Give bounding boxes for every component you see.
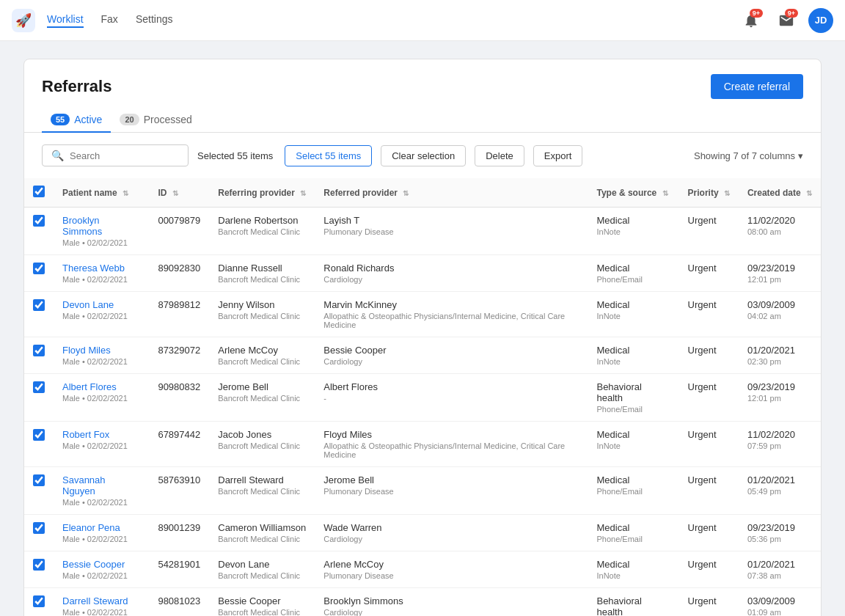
row-date-cell: 09/23/2019 05:36 pm: [739, 515, 821, 551]
patient-name[interactable]: Floyd Miles: [62, 345, 140, 356]
patient-name[interactable]: Bessie Cooper: [62, 559, 140, 570]
header-referred-provider[interactable]: Referred provider ⇅: [315, 178, 588, 208]
tab-processed[interactable]: 20 Processed: [111, 108, 200, 133]
table-row: Darrell Steward Male • 02/02/2021 980810…: [24, 588, 821, 617]
row-checkbox-cell: [24, 588, 54, 617]
sort-icon-id: ⇅: [172, 189, 178, 197]
row-priority: Urgent: [688, 474, 730, 485]
header-priority[interactable]: Priority ⇅: [679, 178, 739, 208]
patient-sub: Male • 02/02/2021: [62, 498, 140, 507]
sort-icon-ref-provider: ⇅: [300, 189, 306, 197]
row-time: 05:49 pm: [747, 487, 812, 496]
header-referring-provider[interactable]: Referring provider ⇅: [209, 178, 315, 208]
tab-active[interactable]: 55 Active: [42, 108, 111, 133]
row-priority: Urgent: [688, 522, 730, 533]
search-icon: 🔍: [51, 150, 64, 161]
row-ref-provider-cell: Darlene Robertson Bancroft Medical Clini…: [209, 208, 315, 255]
header-patient-name[interactable]: Patient name ⇅: [54, 178, 149, 208]
notification-bell-1[interactable]: 9+: [738, 7, 764, 34]
row-referred-provider-cell: Jerome Bell Plumonary Disease: [315, 467, 588, 515]
select-all-button[interactable]: Select 55 items: [285, 145, 372, 166]
row-checkbox[interactable]: [33, 381, 45, 393]
row-type-source-cell: Medical Phone/Email: [588, 467, 678, 515]
row-id-cell: 98081023: [149, 588, 209, 617]
row-time: 05:36 pm: [747, 535, 812, 543]
referring-provider-name: Darrell Steward: [218, 474, 306, 485]
selection-info: Selected 55 items: [197, 150, 273, 161]
header-id[interactable]: ID ⇅: [149, 178, 209, 208]
row-priority-cell: Urgent: [679, 337, 739, 374]
patient-name[interactable]: Eleanor Pena: [62, 522, 140, 533]
row-id: 00079879: [158, 215, 200, 226]
referring-provider-name: Dianne Russell: [218, 263, 306, 274]
header-created-date[interactable]: Created date ⇅: [739, 178, 821, 208]
row-patient-name-cell: Floyd Miles Male • 02/02/2021: [54, 337, 149, 374]
referring-provider-sub: Bancroft Medical Clinic: [218, 571, 306, 580]
referred-provider-name: Wade Warren: [323, 522, 579, 533]
row-checkbox[interactable]: [33, 215, 45, 227]
row-checkbox[interactable]: [33, 345, 45, 356]
notification-bell-2[interactable]: 9+: [773, 7, 800, 34]
referring-provider-name: Cameron Williamson: [218, 522, 306, 533]
patient-name[interactable]: Theresa Webb: [62, 263, 140, 274]
row-patient-name-cell: Bessie Cooper Male • 02/02/2021: [54, 551, 149, 588]
select-all-checkbox[interactable]: [33, 186, 45, 197]
patient-name[interactable]: Brooklyn Simmons: [62, 215, 140, 237]
row-time: 07:38 am: [747, 571, 812, 580]
row-checkbox[interactable]: [33, 595, 45, 607]
row-priority-cell: Urgent: [679, 467, 739, 515]
row-id: 89001239: [158, 522, 200, 533]
row-checkbox[interactable]: [33, 559, 45, 571]
clear-selection-button[interactable]: Clear selection: [381, 145, 466, 166]
row-checkbox[interactable]: [33, 263, 45, 274]
row-referred-provider-cell: Arlene McCoy Plumonary Disease: [315, 551, 588, 588]
nav-worklist[interactable]: Worklist: [47, 13, 84, 28]
row-time: 08:00 am: [747, 227, 812, 236]
row-checkbox[interactable]: [33, 429, 45, 441]
row-checkbox[interactable]: [33, 299, 45, 311]
nav-settings[interactable]: Settings: [136, 13, 173, 28]
referred-provider-sub: Plumonary Disease: [323, 487, 579, 496]
row-ref-provider-cell: Jenny Wilson Bancroft Medical Clinic: [209, 292, 315, 337]
row-priority: Urgent: [688, 429, 730, 440]
row-date-cell: 03/09/2009 04:02 am: [739, 292, 821, 337]
row-priority-cell: Urgent: [679, 255, 739, 292]
patient-name[interactable]: Robert Fox: [62, 429, 140, 440]
row-id: 54281901: [158, 559, 200, 570]
user-avatar[interactable]: JD: [808, 8, 833, 33]
referring-provider-name: Bessie Cooper: [218, 595, 306, 606]
nav-fax[interactable]: Fax: [101, 13, 118, 28]
referring-provider-sub: Bancroft Medical Clinic: [218, 441, 306, 450]
search-input[interactable]: [70, 150, 179, 161]
patient-name[interactable]: Savannah Nguyen: [62, 474, 140, 496]
row-type: Medical: [596, 299, 670, 310]
referring-provider-sub: Bancroft Medical Clinic: [218, 357, 306, 366]
row-type-source-cell: Medical InNote: [588, 337, 678, 374]
export-button[interactable]: Export: [533, 145, 583, 166]
referred-provider-name: Layish T: [323, 215, 579, 226]
row-type: Medical: [596, 522, 670, 533]
patient-name[interactable]: Darrell Steward: [62, 595, 140, 606]
patient-name[interactable]: Devon Lane: [62, 299, 140, 310]
referred-provider-name: Brooklyn Simmons: [323, 595, 579, 606]
active-tab-badge: 55: [51, 114, 70, 125]
create-referral-button[interactable]: Create referral: [711, 74, 803, 99]
referred-provider-sub: Cardiology: [323, 357, 579, 366]
referred-provider-sub: Allopathic & Osteopathic Physicians/Inte…: [323, 441, 579, 459]
row-time: 12:01 pm: [747, 275, 812, 284]
row-ref-provider-cell: Devon Lane Bancroft Medical Clinic: [209, 551, 315, 588]
search-box[interactable]: 🔍: [42, 144, 189, 166]
columns-toggle[interactable]: Showing 7 of 7 columns ▾: [694, 150, 803, 161]
row-checkbox[interactable]: [33, 522, 45, 534]
row-checkbox[interactable]: [33, 474, 45, 486]
row-date-cell: 01/20/2021 02:30 pm: [739, 337, 821, 374]
header-type-source[interactable]: Type & source ⇅: [588, 178, 678, 208]
patient-name[interactable]: Albert Flores: [62, 381, 140, 392]
delete-button[interactable]: Delete: [475, 145, 524, 166]
referring-provider-name: Jerome Bell: [218, 381, 306, 392]
row-ref-provider-cell: Arlene McCoy Bancroft Medical Clinic: [209, 337, 315, 374]
row-priority: Urgent: [688, 345, 730, 356]
referred-provider-name: Bessie Cooper: [323, 345, 579, 356]
row-ref-provider-cell: Dianne Russell Bancroft Medical Clinic: [209, 255, 315, 292]
chevron-down-icon: ▾: [798, 150, 803, 161]
